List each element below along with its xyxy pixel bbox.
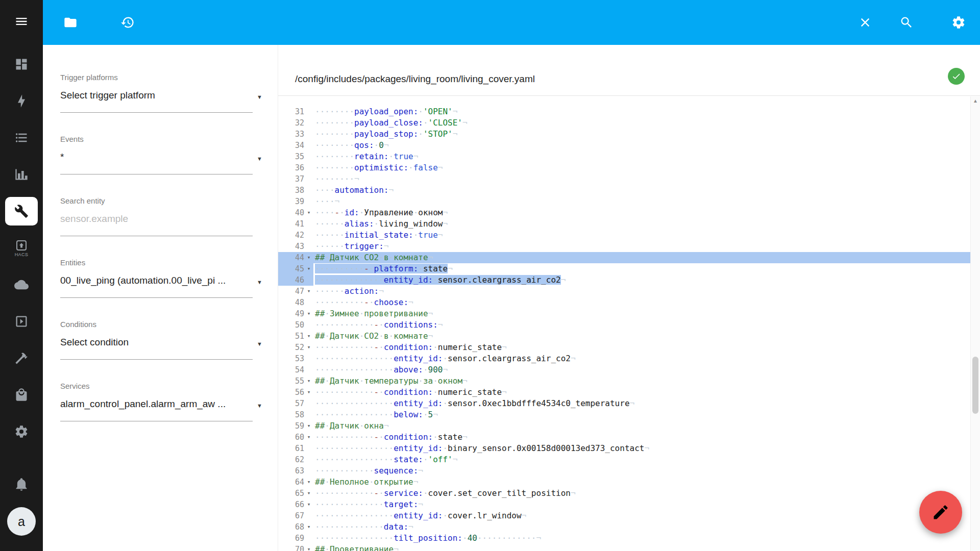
code-line-64: 64▾##·Неполное·открытие¬ bbox=[278, 477, 971, 488]
field-label: Services bbox=[60, 382, 271, 390]
fold-marker-icon[interactable]: ▾ bbox=[304, 387, 313, 398]
fold-marker-icon[interactable]: ▾ bbox=[304, 342, 313, 353]
line-number: 49 bbox=[278, 308, 304, 319]
sidebar-item-overview[interactable] bbox=[0, 46, 43, 83]
line-number: 31 bbox=[278, 106, 304, 117]
sidebar-item-store[interactable] bbox=[0, 377, 43, 413]
notifications-button[interactable] bbox=[0, 466, 43, 503]
code-text: ····automation:¬ bbox=[313, 185, 971, 196]
user-avatar[interactable]: a bbox=[7, 507, 36, 536]
fold-spacer bbox=[304, 185, 313, 196]
editor-scrollbar[interactable]: ▲ bbox=[970, 96, 980, 551]
code-line-37: 37········¬ bbox=[278, 173, 971, 185]
code-text: ········payload_open:·'OPEN'¬ bbox=[313, 106, 971, 117]
field-label: Conditions bbox=[60, 320, 271, 329]
sidebar-item-settings[interactable] bbox=[0, 413, 43, 450]
fold-spacer bbox=[304, 162, 313, 173]
code-line-44: 44▾##·Датчик·CO2·в·комнате¬ bbox=[278, 252, 971, 263]
code-line-55: 55▾##·Датчик·температуры·за·окном¬ bbox=[278, 375, 971, 387]
code-line-52: 52▾············-·condition:·numeric_stat… bbox=[278, 342, 971, 353]
fold-marker-icon[interactable]: ▾ bbox=[304, 331, 313, 342]
events-select[interactable]: *▼ bbox=[60, 152, 271, 174]
code-editor[interactable]: 31········payload_open:·'OPEN'¬32·······… bbox=[278, 96, 971, 551]
line-number: 56 bbox=[278, 387, 304, 398]
sidebar-item-file-editor[interactable] bbox=[0, 193, 43, 230]
field-label: Events bbox=[60, 135, 271, 143]
hammer-icon bbox=[14, 351, 29, 365]
history-button[interactable] bbox=[120, 15, 135, 30]
sidebar-item-media[interactable] bbox=[0, 303, 43, 340]
sidebar-item-developer-tools[interactable] bbox=[0, 340, 43, 377]
scroll-up-arrow-icon[interactable]: ▲ bbox=[971, 98, 980, 104]
fold-marker-icon[interactable]: ▾ bbox=[304, 420, 313, 432]
code-text: ··············entity_id:·sensor.cleargra… bbox=[313, 274, 971, 286]
fold-marker-icon[interactable]: ▾ bbox=[304, 488, 313, 499]
saved-status-badge bbox=[948, 68, 965, 85]
field-label: Entities bbox=[60, 258, 271, 267]
entities-select[interactable]: 00_live_ping (automation.00_live_pi ...▼ bbox=[60, 275, 271, 298]
code-text: ········optimistic:·false¬ bbox=[313, 162, 971, 173]
caret-down-icon: ▼ bbox=[257, 156, 262, 162]
code-line-41: 41······alias:·living_window¬ bbox=[278, 218, 971, 230]
code-line-35: 35········retain:·true¬ bbox=[278, 151, 971, 162]
fold-marker-icon[interactable]: ▾ bbox=[304, 544, 313, 551]
fold-marker-icon[interactable]: ▾ bbox=[304, 308, 313, 319]
line-number: 38 bbox=[278, 185, 304, 196]
edit-fab-button[interactable] bbox=[919, 491, 962, 534]
line-number: 50 bbox=[278, 319, 304, 331]
conditions-select[interactable]: Select condition▼ bbox=[60, 337, 271, 360]
magnify-icon bbox=[899, 15, 914, 30]
code-line-66: 66▾··············target:¬ bbox=[278, 499, 971, 510]
fold-marker-icon[interactable]: ▾ bbox=[304, 207, 313, 218]
settings-button[interactable] bbox=[951, 15, 966, 30]
fold-spacer bbox=[304, 241, 313, 252]
sidebar-item-hacs[interactable]: HACS bbox=[0, 230, 43, 266]
cog-icon bbox=[14, 424, 29, 439]
fold-spacer bbox=[304, 274, 313, 286]
field-value: Select trigger platform bbox=[60, 90, 253, 113]
field-value: sensor.example bbox=[60, 213, 253, 236]
line-number: 34 bbox=[278, 140, 304, 151]
fold-spacer bbox=[304, 230, 313, 241]
search-entity-input[interactable]: sensor.example bbox=[60, 213, 271, 236]
fold-marker-icon[interactable]: ▾ bbox=[304, 477, 313, 488]
line-number: 44 bbox=[278, 252, 304, 263]
fold-spacer bbox=[304, 319, 313, 331]
code-line-33: 33········payload_stop:·'STOP'¬ bbox=[278, 129, 971, 140]
cog-icon bbox=[951, 15, 966, 30]
code-line-47: 47▾······action:¬ bbox=[278, 286, 971, 297]
fold-spacer bbox=[304, 454, 313, 465]
fold-marker-icon[interactable]: ▾ bbox=[304, 252, 313, 263]
field-search-entity: Search entitysensor.example bbox=[60, 196, 271, 236]
sidebar-nav: HACS bbox=[0, 46, 43, 450]
services-select[interactable]: alarm_control_panel.alarm_arm_aw ...▼ bbox=[60, 398, 271, 421]
trigger-platform-select[interactable]: Select trigger platform▼ bbox=[60, 90, 271, 113]
search-button[interactable] bbox=[899, 15, 914, 30]
line-number: 42 bbox=[278, 230, 304, 241]
fold-marker-icon[interactable]: ▾ bbox=[304, 375, 313, 387]
code-line-45: 45▾··········-·platform:·state¬ bbox=[278, 263, 971, 274]
code-text: ##·Датчик·CO2·в·комнате¬ bbox=[313, 331, 971, 342]
sidebar-item-history-panel[interactable] bbox=[0, 156, 43, 193]
sidebar-item-flash[interactable] bbox=[0, 83, 43, 119]
close-button[interactable] bbox=[858, 15, 872, 30]
code-line-31: 31········payload_open:·'OPEN'¬ bbox=[278, 106, 971, 117]
sidebar-item-logbook[interactable] bbox=[0, 119, 43, 156]
play-box-icon bbox=[14, 314, 29, 329]
code-text: ······action:¬ bbox=[313, 286, 971, 297]
fold-marker-icon[interactable]: ▾ bbox=[304, 432, 313, 443]
menu-button[interactable] bbox=[14, 14, 29, 29]
code-line-51: 51▾##·Датчик·CO2·в·комнате¬ bbox=[278, 331, 971, 342]
code-line-67: 67················entity_id:·cover.lr_wi… bbox=[278, 510, 971, 521]
fold-marker-icon[interactable]: ▾ bbox=[304, 263, 313, 274]
field-events: Events*▼ bbox=[60, 135, 271, 174]
fold-marker-icon[interactable]: ▾ bbox=[304, 521, 313, 533]
fold-spacer bbox=[304, 398, 313, 409]
fold-marker-icon[interactable]: ▾ bbox=[304, 499, 313, 510]
scrollbar-thumb[interactable] bbox=[972, 357, 978, 414]
files-button[interactable] bbox=[63, 15, 78, 30]
code-text: ··········-·platform:·state¬ bbox=[313, 263, 971, 274]
sidebar-item-cloud[interactable] bbox=[0, 266, 43, 303]
field-conditions: ConditionsSelect condition▼ bbox=[60, 320, 271, 360]
fold-marker-icon[interactable]: ▾ bbox=[304, 286, 313, 297]
